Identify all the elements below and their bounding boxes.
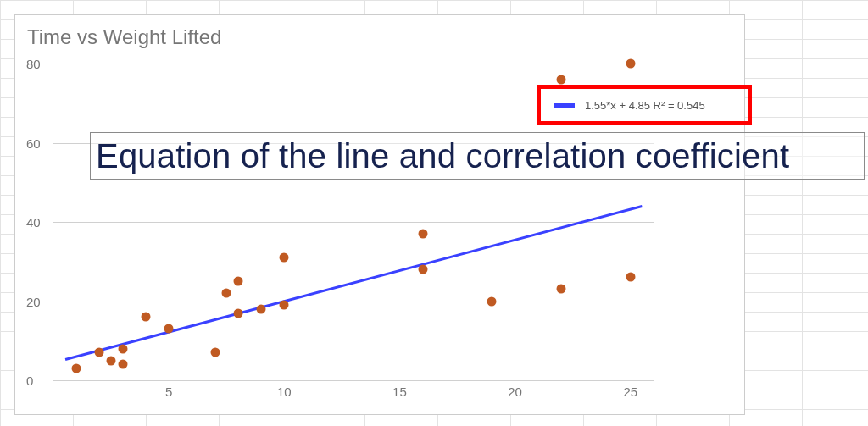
data-point[interactable] <box>233 277 242 286</box>
data-point[interactable] <box>487 296 497 306</box>
y-tick-label: 80 <box>26 57 41 71</box>
x-tick-label: 5 <box>165 385 172 399</box>
y-tick-label: 60 <box>26 136 41 150</box>
data-point[interactable] <box>626 273 635 282</box>
gridline-y <box>53 222 654 223</box>
data-point[interactable] <box>118 344 127 353</box>
data-point[interactable] <box>557 75 566 84</box>
gridline-y <box>53 380 654 381</box>
trendline-swatch-icon <box>554 103 575 108</box>
data-point[interactable] <box>118 360 127 369</box>
data-point[interactable] <box>280 301 289 310</box>
chart-container[interactable]: Time vs Weight Lifted 020406080510152025 <box>14 14 745 415</box>
gridline-y <box>53 302 654 302</box>
data-point[interactable] <box>164 324 174 334</box>
data-point[interactable] <box>626 59 635 69</box>
trendline <box>64 205 642 361</box>
annotation-callout: Equation of the line and correlation coe… <box>90 132 865 180</box>
y-tick-label: 0 <box>26 373 33 388</box>
y-tick-label: 40 <box>26 215 41 230</box>
trendline-equation: 1.55*x + 4.85 R² = 0.545 <box>585 99 705 112</box>
data-point[interactable] <box>95 348 104 357</box>
data-point[interactable] <box>418 230 427 239</box>
annotation-text: Equation of the line and correlation coe… <box>96 137 789 175</box>
x-tick-label: 15 <box>392 385 407 399</box>
x-tick-label: 20 <box>508 385 522 399</box>
gridline-y <box>53 64 654 64</box>
x-tick-label: 10 <box>277 385 292 399</box>
data-point[interactable] <box>233 308 242 318</box>
data-point[interactable] <box>72 363 81 373</box>
y-tick-label: 20 <box>26 294 41 308</box>
data-point[interactable] <box>418 265 427 274</box>
trendline-legend-highlight: 1.55*x + 4.85 R² = 0.545 <box>537 85 752 125</box>
data-point[interactable] <box>222 289 231 298</box>
chart-title: Time vs Weight Lifted <box>27 25 221 49</box>
data-point[interactable] <box>141 313 150 322</box>
data-point[interactable] <box>257 304 266 313</box>
x-tick-label: 25 <box>623 385 637 399</box>
data-point[interactable] <box>557 285 566 294</box>
data-point[interactable] <box>107 356 116 365</box>
data-point[interactable] <box>280 253 289 263</box>
data-point[interactable] <box>210 348 220 357</box>
